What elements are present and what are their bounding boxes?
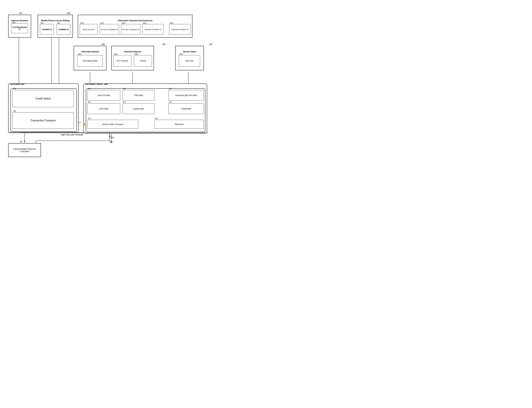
gateway14a-inner: 602 Credit Switch 604 Transaction Transp… <box>10 88 77 132</box>
lock-icon: 🔒 <box>82 121 87 126</box>
alt-deposit-box: 18D Alternate Deposit 18D1 Decoupled Deb… <box>74 46 106 70</box>
ach-transfer-ref: 18E1 <box>114 53 118 55</box>
merchant-gift-label: merchant gift card data <box>175 94 197 97</box>
alt-payment-ref: 18C <box>176 12 213 14</box>
gateway14a-label: GATEWAY14A <box>10 83 24 85</box>
firewall-ref: 633 <box>109 141 113 143</box>
carrier1-ref: 18A <box>40 22 44 24</box>
tokenizer-ref: 620 <box>155 118 158 119</box>
alt-payment-box: 18C Alternative Payment (eCommerce) 18C1… <box>78 15 192 38</box>
internal-systems-box: 18A Internal Systems 18A1 SYSTEM BRAND #… <box>8 15 31 38</box>
merchant-gift-ref: 610 <box>169 88 172 90</box>
music-account-ref: 18C1 <box>80 22 84 24</box>
system-brand-ref: 18A1 <box>12 22 16 23</box>
demand-deposit-title: Demand Deposit <box>112 50 154 53</box>
payment-provider1-label: Payment Provider #1 <box>145 28 161 30</box>
mobile-phone-ref: 18B <box>51 12 86 14</box>
track-data-label: track I/II data <box>98 94 110 96</box>
online-co2-ref: 18C3 <box>122 22 125 24</box>
secure-transport-ref: 618 <box>88 118 91 119</box>
system-brand-label: SYSTEM BRAND #1 <box>12 26 28 30</box>
alt-deposit-ref: 18D <box>87 43 119 45</box>
online-co1-ref: 18C2 <box>100 22 104 24</box>
track-data-ref: 606 <box>88 88 91 90</box>
carrier2-ref: 18A <box>57 22 60 24</box>
gateway-vault-outer: GATEWAY VAULT 14B 606 track I/II data 60… <box>84 84 207 133</box>
decoupled-debit-ref: 18D1 <box>78 53 82 55</box>
credit-switch-label: Credit Switch <box>35 97 51 100</box>
stored-value-title: Stored Value <box>175 50 203 53</box>
central-payment-box: 50 Central Mobile Payment Controller <box>8 143 41 157</box>
carrier2-label: CARRIER #2 <box>58 28 69 30</box>
alt-deposit-title: Alternate Deposit <box>74 50 106 53</box>
tokenizer-label: Tokenizer <box>174 123 184 126</box>
credentials-label: credentials <box>181 108 191 110</box>
svg-text:633: 633 <box>111 136 114 139</box>
credit-switch-ref: 602 <box>13 88 16 90</box>
stored-value-box: 18F Stored Value 18F1 Gift Card <box>175 46 204 70</box>
central-ref: 50 <box>20 141 22 143</box>
online-co1-label: On-Line Company #1 <box>101 28 118 30</box>
gift-card-ref: 18F1 <box>179 53 183 55</box>
transaction-transport-ref: 604 <box>13 110 16 112</box>
music-account-label: Music Account <box>83 28 95 30</box>
credentials-ref: 616 <box>169 101 172 103</box>
gift-card-label: Gift Card <box>185 60 193 62</box>
gateway-vault-inner: 606 track I/II data 608 CNP data 610 mer… <box>86 88 205 132</box>
cnp-data-ref: 608 <box>123 88 126 90</box>
transaction-transport-label: Transaction Transport <box>30 119 56 122</box>
mobile-phone-box: 18B Mobile Phone Carrier Billing 18A CAR… <box>38 15 73 38</box>
mobile-phone-title: Mobile Phone Carrier Billing <box>38 19 72 22</box>
firewall-label: High-Security Firewall <box>61 133 83 136</box>
checks-ref: 18E2 <box>134 53 138 55</box>
gateway14a-outer: GATEWAY14A 602 Credit Switch 604 Transac… <box>8 84 78 133</box>
carrier1-label: CARRIER #1 <box>42 28 52 30</box>
internal-systems-ref: 18A <box>9 12 32 14</box>
online-co2-label: On-Line Company #2 <box>122 28 139 30</box>
ach-data-label: ACH data <box>99 108 108 110</box>
checks-label: Checks <box>140 60 146 62</box>
payment-provider2-ref: 18C5 <box>170 22 174 24</box>
demand-deposit-ref: 18E <box>143 43 185 45</box>
payment-provider2-label: Payment Provider #2 <box>171 28 188 30</box>
ach-data-ref: 612 <box>88 101 91 103</box>
decoupled-debit-label: Decoupled Debit <box>83 60 97 62</box>
ach-transfer-label: ACH Transfer <box>116 60 128 62</box>
secure-transport-label: Secure Data Transport <box>102 123 124 126</box>
demand-deposit-box: 18E Demand Deposit 18E1 ACH Transfer 18E… <box>111 46 154 70</box>
central-label: Central Mobile Payment Controller <box>9 146 41 154</box>
stored-value-ref: 18F <box>197 43 213 45</box>
gateway-vault-label: GATEWAY VAULT 14B <box>86 83 108 85</box>
alt-payment-title: Alternative Payment (eCommerce) <box>78 19 192 22</box>
loyalty-data-ref: 614 <box>123 101 126 103</box>
loyalty-data-label: loyalty data <box>133 108 144 110</box>
architecture-diagram: 18A Internal Systems 18A1 SYSTEM BRAND #… <box>3 3 209 160</box>
cnp-data-label: CNP data <box>134 94 143 96</box>
payment-provider1-ref: 18C4 <box>143 22 147 24</box>
